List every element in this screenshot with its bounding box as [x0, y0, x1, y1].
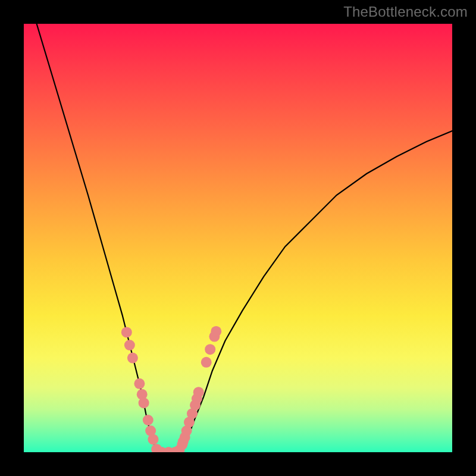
highlight-dot — [201, 357, 212, 368]
highlight-dot — [205, 344, 215, 355]
watermark-text: TheBottleneck.com — [343, 4, 468, 20]
highlight-dot — [134, 378, 145, 389]
highlight-dot — [143, 415, 154, 425]
highlight-dot — [193, 387, 204, 397]
highlight-dot — [148, 434, 158, 444]
highlight-dot — [127, 353, 138, 364]
chart-frame: TheBottleneck.com — [0, 0, 476, 476]
highlight-dot — [211, 326, 221, 337]
chart-svg — [24, 24, 452, 452]
bottleneck-curve — [37, 24, 452, 452]
highlight-dot — [121, 327, 132, 337]
highlight-dot — [124, 340, 135, 350]
plot-area — [24, 24, 452, 452]
highlight-dot — [139, 397, 149, 408]
